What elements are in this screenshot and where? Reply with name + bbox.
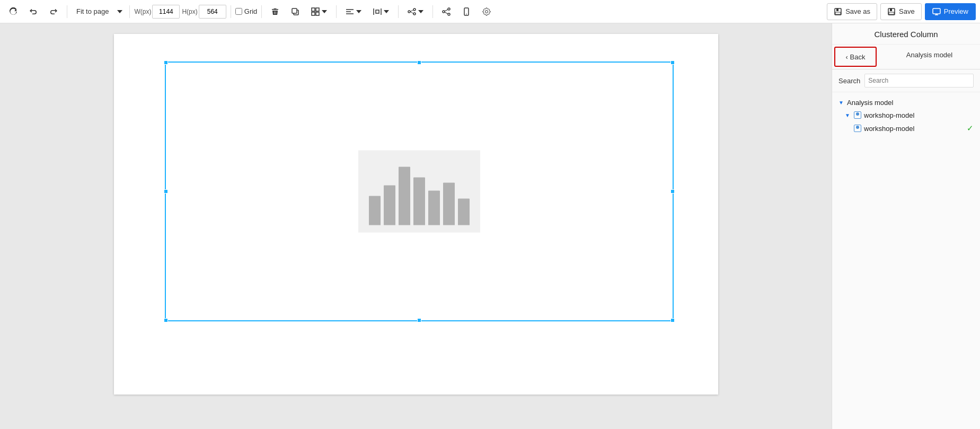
chart-bar (413, 178, 425, 225)
divider-3 (231, 5, 231, 18)
svg-point-19 (448, 13, 450, 15)
save-button[interactable]: Save (880, 3, 922, 20)
tree-workshop-model-label: workshop-model (864, 125, 914, 133)
svg-rect-26 (835, 12, 841, 14)
back-tab[interactable]: ‹ Back (834, 47, 877, 67)
search-label: Search (838, 77, 860, 85)
layout-button[interactable] (306, 3, 332, 20)
handle-middle-right[interactable] (670, 189, 675, 194)
grid-group: Grid (235, 7, 258, 15)
fit-to-page-group: Fit to page (72, 3, 125, 20)
svg-rect-4 (312, 12, 315, 15)
handle-top-center[interactable] (417, 60, 421, 65)
svg-rect-11 (376, 10, 379, 13)
chart-bar (428, 191, 440, 225)
canvas-area (0, 23, 832, 429)
handle-bottom-center[interactable] (417, 318, 421, 322)
tree-item-analysis-model[interactable]: ▼ Analysis model (832, 97, 980, 109)
redo-button[interactable] (45, 3, 63, 20)
width-group: W(px) (134, 5, 180, 19)
save-as-label: Save as (845, 7, 870, 15)
panel-title: Clustered Column (832, 23, 980, 45)
svg-line-15 (410, 10, 413, 12)
handle-top-right[interactable] (670, 60, 675, 65)
fit-to-page-label: Fit to page (76, 7, 109, 15)
preview-label: Preview (944, 7, 968, 15)
canvas-page (114, 34, 718, 395)
svg-line-16 (410, 12, 413, 14)
divider-1 (67, 5, 67, 18)
svg-point-17 (448, 8, 450, 10)
svg-line-21 (445, 12, 448, 14)
divider-2 (129, 5, 130, 18)
main-area: Clustered Column ‹ Back Analysis model S… (0, 23, 980, 429)
analysis-model-tab-label: Analysis model (906, 51, 952, 59)
chevron-down-icon-2: ▼ (845, 112, 851, 118)
chart-bar (384, 186, 395, 225)
svg-point-13 (413, 8, 416, 11)
svg-point-23 (466, 13, 467, 14)
fit-to-page-button[interactable]: Fit to page (72, 3, 113, 20)
save-as-button[interactable]: Save as (827, 3, 877, 20)
svg-rect-5 (316, 12, 319, 15)
handle-bottom-left[interactable] (164, 318, 168, 322)
tree-workshop-model-group-label: workshop-model (864, 111, 914, 119)
distribute-button[interactable] (368, 3, 394, 20)
svg-rect-25 (836, 8, 838, 11)
cube-icon-2 (853, 124, 862, 133)
handle-bottom-right[interactable] (670, 318, 675, 322)
back-label: ‹ Back (846, 53, 866, 61)
divider-7 (432, 5, 433, 18)
svg-rect-3 (316, 8, 319, 11)
save-label: Save (899, 7, 915, 15)
align-left-button[interactable] (341, 3, 366, 20)
chart-widget[interactable] (165, 62, 674, 321)
mobile-button[interactable] (457, 3, 475, 20)
divider-4 (261, 5, 262, 18)
svg-point-12 (408, 11, 410, 13)
delete-button[interactable] (266, 3, 284, 20)
width-label: W(px) (134, 8, 151, 15)
tree-item-workshop-model-group[interactable]: ▼ workshop-model (832, 109, 980, 121)
chart-bar (458, 199, 470, 225)
svg-rect-30 (933, 8, 940, 14)
panel-search-row: Search (832, 69, 980, 92)
svg-rect-1 (292, 8, 297, 13)
share-button[interactable] (437, 3, 455, 20)
toolbar-right: Save as Save Preview (827, 3, 976, 20)
svg-point-14 (413, 13, 416, 15)
svg-point-18 (443, 11, 445, 13)
panel-tabs: ‹ Back Analysis model (832, 45, 980, 69)
checkmark-icon: ✓ (967, 124, 974, 133)
grid-label[interactable]: Grid (244, 7, 258, 15)
height-label: H(px) (182, 8, 197, 15)
panel-tree: ▼ Analysis model ▼ workshop-model worksh… (832, 92, 980, 429)
copy-button[interactable] (286, 3, 304, 20)
svg-rect-28 (890, 8, 892, 11)
refresh-button[interactable] (4, 3, 22, 20)
svg-rect-2 (312, 8, 315, 11)
undo-button[interactable] (24, 3, 42, 20)
analysis-model-tab[interactable]: Analysis model (879, 45, 980, 65)
search-input[interactable] (864, 74, 974, 87)
handle-middle-left[interactable] (164, 189, 168, 194)
fit-to-page-dropdown[interactable] (114, 3, 125, 20)
grid-checkbox[interactable] (235, 8, 242, 15)
right-panel: Clustered Column ‹ Back Analysis model S… (832, 23, 980, 429)
connection-button[interactable] (403, 3, 428, 20)
chevron-down-icon: ▼ (838, 100, 845, 106)
divider-5 (336, 5, 337, 18)
height-group: H(px) (182, 5, 226, 19)
height-input[interactable] (199, 5, 226, 19)
svg-line-20 (445, 10, 448, 11)
tree-item-workshop-model[interactable]: workshop-model ✓ (832, 121, 980, 135)
divider-6 (398, 5, 399, 18)
svg-rect-29 (889, 12, 894, 14)
chart-bar (443, 183, 455, 225)
chart-placeholder (358, 151, 480, 233)
handle-top-left[interactable] (164, 60, 168, 65)
toolbar: Fit to page W(px) H(px) Grid (0, 0, 980, 23)
settings-button[interactable] (478, 3, 496, 20)
width-input[interactable] (152, 5, 180, 19)
preview-button[interactable]: Preview (925, 3, 976, 20)
